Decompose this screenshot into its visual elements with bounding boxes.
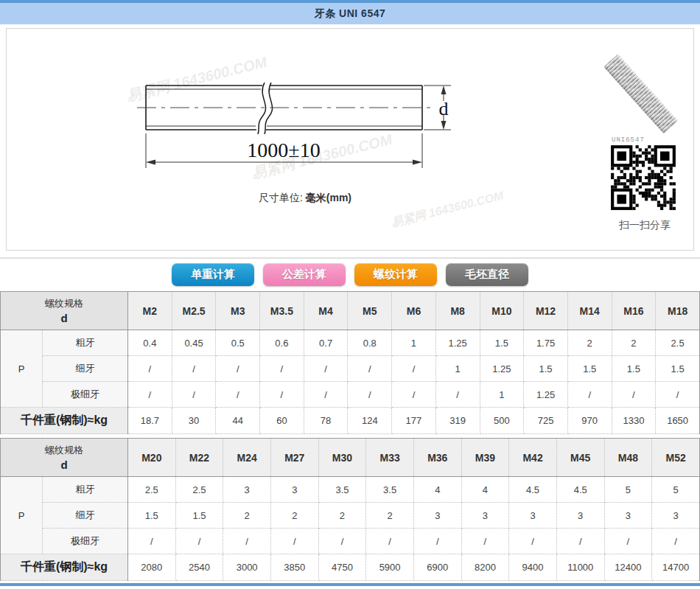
col-header: M30 xyxy=(318,439,366,477)
tolerance-calc-button[interactable]: 公差计算 xyxy=(263,263,346,286)
coarse-pitch-cell: 4.5 xyxy=(556,477,604,503)
fine-pitch-cell: / xyxy=(128,356,172,382)
unit-prefix: 尺寸单位: xyxy=(259,192,303,203)
extra-fine-pitch-cell: / xyxy=(318,529,366,554)
spec-sub-label: d xyxy=(1,459,127,471)
fine-pitch-cell: 1.25 xyxy=(480,356,524,382)
coarse-pitch-cell: 4 xyxy=(461,477,509,503)
coarse-pitch-cell: 2 xyxy=(612,330,656,356)
extra-fine-pitch-cell: / xyxy=(435,382,480,408)
col-header: M3 xyxy=(216,292,260,330)
extra-fine-pitch-cell: / xyxy=(652,529,700,554)
weight-cell: 177 xyxy=(392,408,436,434)
weight-cell: 970 xyxy=(567,408,612,434)
fine-pitch-cell: 3 xyxy=(652,503,700,529)
rod-3d-thumbnail xyxy=(603,54,678,133)
col-header: M24 xyxy=(223,439,271,477)
blank-diameter-button[interactable]: 毛坯直径 xyxy=(446,263,528,286)
extra-fine-pitch-cell: / xyxy=(612,382,656,408)
fine-pitch-cell: 2 xyxy=(270,503,318,529)
coarse-pitch-cell: 0.45 xyxy=(172,330,216,356)
weight-cell: 30 xyxy=(172,408,216,434)
col-header: M18 xyxy=(656,292,700,330)
fine-pitch-cell: 2 xyxy=(318,503,366,529)
col-header: M2.5 xyxy=(172,292,216,330)
weight-cell: 2540 xyxy=(175,554,223,581)
unit-weight-calc-button[interactable]: 单重计算 xyxy=(172,263,254,286)
weight-label: 千件重(钢制)≈kg xyxy=(1,554,128,581)
fine-pitch-cell: / xyxy=(304,356,348,382)
weight-cell: 11000 xyxy=(556,554,604,581)
coarse-pitch-cell: 3 xyxy=(223,477,271,503)
fine-pitch-cell: 2 xyxy=(366,503,414,529)
extra-fine-pitch-cell: / xyxy=(604,529,652,554)
extra-fine-pitch-cell: / xyxy=(366,529,414,554)
fine-pitch-cell: 1.5 xyxy=(656,356,700,382)
col-header: M2 xyxy=(128,292,172,330)
spec-sub-label: d xyxy=(1,312,127,324)
extra-fine-label: 极细牙 xyxy=(43,529,128,554)
unit-value: 毫米(mm) xyxy=(306,192,351,203)
extra-fine-pitch-cell: / xyxy=(216,382,260,408)
extra-fine-pitch-cell: / xyxy=(128,382,172,408)
coarse-pitch-cell: 5 xyxy=(604,477,652,503)
extra-fine-pitch-cell: / xyxy=(128,529,176,554)
weight-label: 千件重(钢制)≈kg xyxy=(1,408,128,434)
fine-pitch-cell: 1.5 xyxy=(567,356,612,382)
spec-table-m2-m18: 螺纹规格 d M2M2.5M3M3.5M4M5M6M8M10M12M14M16M… xyxy=(0,291,700,434)
fine-pitch-cell: 3 xyxy=(604,503,652,529)
coarse-pitch-cell: 2.5 xyxy=(656,330,700,356)
coarse-pitch-cell: 1.75 xyxy=(524,330,568,356)
weight-cell: 12400 xyxy=(604,554,652,581)
coarse-pitch-cell: 0.6 xyxy=(260,330,304,356)
qr-caption: 扫一扫分享 xyxy=(603,219,686,232)
fine-pitch-cell: 2 xyxy=(223,503,271,529)
extra-fine-pitch-cell: / xyxy=(461,529,509,554)
coarse-label: 粗牙 xyxy=(43,477,128,503)
weight-cell: 124 xyxy=(348,408,392,434)
weight-cell: 1330 xyxy=(612,408,656,434)
weight-cell: 1650 xyxy=(656,408,700,434)
pitch-label: P xyxy=(1,330,43,408)
page-header: 牙条 UNI 6547 xyxy=(0,3,700,24)
coarse-pitch-cell: 3 xyxy=(270,477,318,503)
weight-cell: 8200 xyxy=(461,554,509,581)
technical-drawing: d 1000±10 xyxy=(111,51,479,209)
extra-fine-pitch-cell: / xyxy=(175,529,223,554)
extra-fine-pitch-cell: / xyxy=(413,529,461,554)
weight-cell: 5900 xyxy=(366,554,414,581)
coarse-pitch-cell: 1.25 xyxy=(435,330,480,356)
weight-cell: 725 xyxy=(524,408,568,434)
extra-fine-pitch-cell: / xyxy=(509,529,557,554)
fine-pitch-cell: 1.5 xyxy=(524,356,568,382)
col-header: M36 xyxy=(413,439,461,477)
extra-fine-pitch-cell: / xyxy=(567,382,612,408)
coarse-pitch-cell: 4.5 xyxy=(509,477,557,503)
extra-fine-pitch-cell: 1 xyxy=(480,382,524,408)
extra-fine-pitch-cell: / xyxy=(223,529,271,554)
fine-pitch-cell: / xyxy=(216,356,260,382)
coarse-pitch-cell: 3.5 xyxy=(318,477,366,503)
weight-cell: 2080 xyxy=(128,554,176,581)
extra-fine-pitch-cell: / xyxy=(304,382,348,408)
fine-pitch-cell: / xyxy=(392,356,436,382)
fine-pitch-cell: 3 xyxy=(509,503,557,529)
coarse-pitch-cell: 1.5 xyxy=(480,330,524,356)
col-header: M14 xyxy=(567,292,612,330)
extra-fine-label: 极细牙 xyxy=(43,382,128,408)
coarse-pitch-cell: 2 xyxy=(567,330,612,356)
fine-pitch-cell: 3 xyxy=(461,503,509,529)
fine-pitch-cell: / xyxy=(260,356,304,382)
spec-table-m20-m52: 螺纹规格 d M20M22M24M27M30M33M36M39M42M45M48… xyxy=(0,438,700,581)
col-header: M45 xyxy=(556,439,604,477)
coarse-pitch-cell: 1 xyxy=(392,330,436,356)
weight-cell: 78 xyxy=(304,408,348,434)
pitch-label: P xyxy=(1,477,43,554)
diameter-label: d xyxy=(439,98,449,119)
col-header: M48 xyxy=(604,439,652,477)
weight-cell: 3000 xyxy=(223,554,271,581)
col-header: M39 xyxy=(461,439,509,477)
extra-fine-pitch-cell: 1.25 xyxy=(524,382,568,408)
fine-pitch-cell: 1.5 xyxy=(175,503,223,529)
thread-calc-button[interactable]: 螺纹计算 xyxy=(354,263,437,286)
